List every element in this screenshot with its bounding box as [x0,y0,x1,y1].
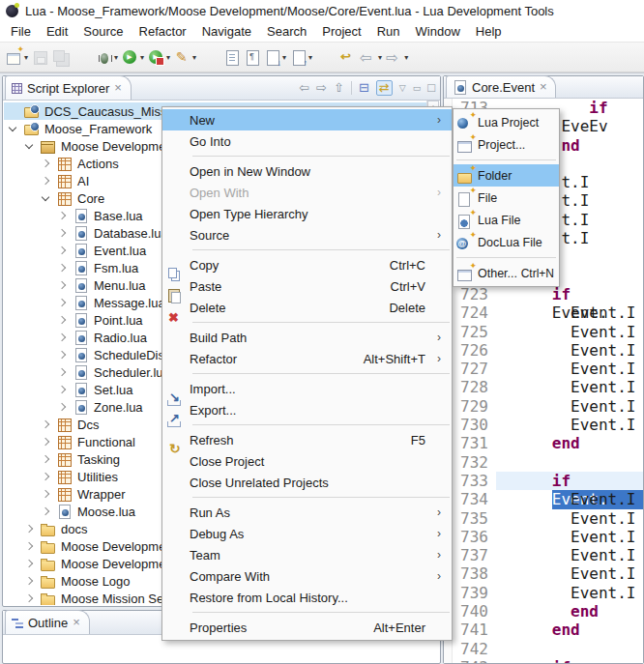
close-icon[interactable]: × [73,618,80,627]
menubar-item-project[interactable]: Project [314,22,368,41]
expander-icon[interactable] [58,351,66,359]
expander-icon[interactable] [58,246,66,254]
maximize-icon[interactable]: □ [427,81,435,95]
context-menu-item-import[interactable]: Import... [162,378,452,399]
dropdown-caret-icon[interactable]: ▾ [404,53,408,62]
menubar-item-window[interactable]: Window [408,22,468,41]
link-with-editor-icon[interactable]: ⇄ [376,80,393,96]
expander-icon[interactable] [58,368,66,376]
show-source-button[interactable] [221,45,242,69]
tab-core-event[interactable]: Core.Event × [446,75,556,98]
dropdown-caret-icon[interactable]: ▾ [378,53,382,62]
expander-icon[interactable] [58,264,66,272]
tab-outline[interactable]: Outline × [5,610,90,634]
expander-icon[interactable] [42,420,49,428]
new-submenu-item-doclua-file[interactable]: DocLua File [454,231,559,253]
expander-icon[interactable] [58,386,66,393]
context-menu-item-source[interactable]: Source› [162,224,452,245]
external-tools-button[interactable]: ▾ [172,45,198,69]
expander-icon[interactable] [58,299,66,306]
forward-button[interactable]: ▾ [384,45,410,69]
context-menu-item-refresh[interactable]: RefreshF5 [162,429,452,450]
view-menu-icon[interactable]: ▽ [399,81,406,95]
context-menu-item-paste[interactable]: PasteCtrl+V [162,275,452,297]
expander-icon[interactable] [58,333,66,341]
new-submenu-item-folder[interactable]: Folder [454,164,559,187]
tab-script-explorer[interactable]: Script Explorer × [5,75,132,100]
close-icon[interactable]: × [114,83,122,93]
context-menu-item-export[interactable]: Export... [162,399,452,420]
expander-icon[interactable] [58,212,66,219]
menubar-item-file[interactable]: File [3,22,39,41]
menubar-item-search[interactable]: Search [259,22,314,41]
expander-icon[interactable] [25,140,33,148]
context-menu-item-refactor[interactable]: RefactorAlt+Shift+T› [162,348,452,369]
run-button[interactable]: ▾ [120,45,146,69]
context-menu-item-debug-as[interactable]: Debug As› [162,523,452,544]
expander-icon[interactable] [42,455,49,463]
expander-icon[interactable] [42,177,49,185]
expander-icon[interactable] [58,316,66,324]
forward-history-icon[interactable]: ⇨ [316,81,327,95]
expander-icon[interactable] [58,403,66,411]
context-menu-item-build-path[interactable]: Build Path› [162,327,452,348]
expander-icon[interactable] [42,473,49,480]
new-submenu-item-lua-file[interactable]: Lua File [454,209,559,231]
expander-icon[interactable] [9,123,16,130]
expander-icon[interactable] [58,281,66,289]
expander-icon[interactable] [42,507,49,515]
context-menu-item-open-type-hierarchy[interactable]: Open Type Hierarchy [162,203,452,224]
context-menu-item-close-project[interactable]: Close Project [162,450,452,472]
context-menu-item-close-unrelated-projects[interactable]: Close Unrelated Projects [162,472,452,493]
dropdown-caret-icon[interactable]: ▾ [282,53,286,62]
dropdown-caret-icon[interactable]: ▾ [24,53,28,62]
dropdown-caret-icon[interactable]: ▾ [308,53,312,62]
new-submenu-item-file[interactable]: File [454,187,559,209]
expander-icon[interactable] [58,229,66,237]
last-edit-location-button[interactable] [337,45,358,69]
context-menu-item-properties[interactable]: PropertiesAlt+Enter [162,617,452,638]
expander-icon[interactable] [25,525,33,533]
expander-icon[interactable] [42,159,49,167]
menubar-item-run[interactable]: Run [369,22,408,41]
expander-icon[interactable] [25,560,33,567]
back-button[interactable]: ▾ [358,45,384,69]
up-icon[interactable]: ⇧ [334,81,344,95]
context-menu-item-open-in-new-window[interactable]: Open in New Window [162,160,452,182]
expander-icon[interactable] [42,438,49,446]
context-menu-item-new[interactable]: New› [162,109,452,130]
new-submenu-item-other[interactable]: Other...Ctrl+N [454,262,559,284]
close-icon[interactable]: × [540,82,547,92]
expander-icon[interactable] [25,542,33,550]
dropdown-caret-icon[interactable]: ▾ [192,53,196,62]
context-menu-item-compare-with[interactable]: Compare With› [162,565,452,587]
menubar-item-help[interactable]: Help [468,22,510,41]
context-menu-item-team[interactable]: Team› [162,544,452,565]
new-wizard-button[interactable]: ▾ [4,45,30,69]
dropdown-caret-icon[interactable]: ▾ [166,53,170,62]
context-menu-item-copy[interactable]: CopyCtrl+C [162,254,452,275]
back-history-icon[interactable]: ⇦ [299,81,309,95]
menubar-item-refactor[interactable]: Refactor [132,22,194,41]
run-coverage-button[interactable]: ▾ [146,45,172,69]
debug-button[interactable]: ▾ [94,45,120,69]
context-menu-item-restore-from-local-history[interactable]: Restore from Local History... [162,587,452,608]
expander-icon[interactable] [42,490,49,498]
menubar-item-navigate[interactable]: Navigate [194,22,259,41]
context-menu-item-run-as[interactable]: Run As› [162,502,452,523]
dropdown-caret-icon[interactable]: ▾ [140,53,144,62]
expander-icon[interactable] [42,192,49,200]
context-menu-item-go-into[interactable]: Go Into [162,130,452,152]
dropdown-caret-icon[interactable]: ▾ [114,53,118,62]
context-menu-item-delete[interactable]: DeleteDelete [162,297,452,318]
menubar-item-source[interactable]: Source [75,22,131,41]
expander-icon[interactable] [25,577,33,585]
minimize-icon[interactable]: ▭ [413,81,422,95]
collapse-all-icon[interactable]: ⊟ [359,81,369,95]
previous-annotation-button[interactable]: ▾ [288,45,314,69]
menubar-item-edit[interactable]: Edit [39,22,75,41]
show-whitespace-button[interactable] [242,45,262,69]
next-annotation-button[interactable]: ▾ [262,45,288,69]
new-submenu-item-lua-project[interactable]: Lua Project [454,111,559,133]
new-submenu-item-project[interactable]: Project... [454,133,559,156]
